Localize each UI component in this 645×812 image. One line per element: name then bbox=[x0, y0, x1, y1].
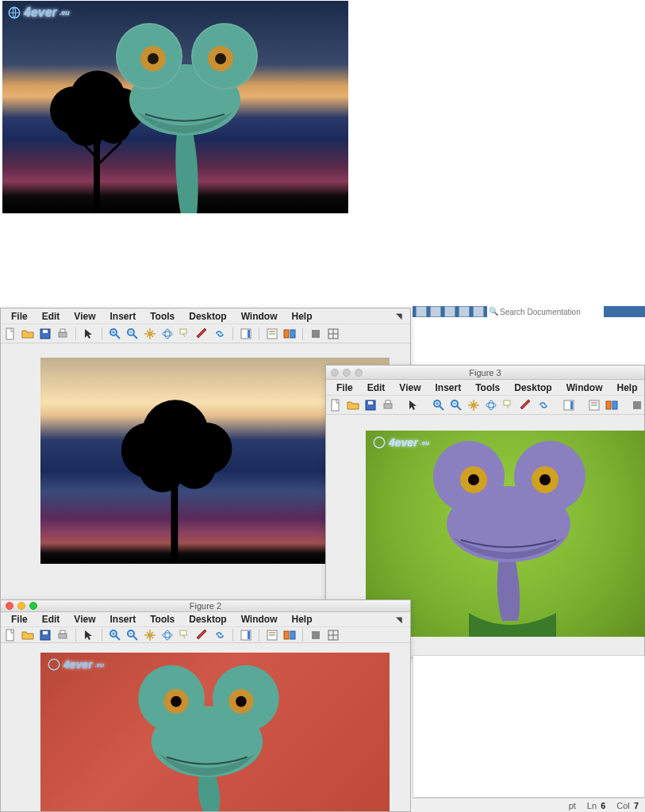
menu-desktop[interactable]: Desktop bbox=[182, 612, 233, 626]
datatip-icon[interactable] bbox=[502, 399, 515, 412]
play-icon[interactable] bbox=[309, 629, 322, 642]
doc-search-input[interactable] bbox=[487, 306, 604, 317]
menu-tools[interactable]: Tools bbox=[143, 309, 182, 324]
pan-icon[interactable] bbox=[144, 327, 156, 340]
toolstrip-icon[interactable] bbox=[416, 306, 427, 317]
link-icon[interactable] bbox=[537, 399, 550, 412]
menu-edit[interactable]: Edit bbox=[35, 612, 67, 626]
menu-window[interactable]: Window bbox=[234, 309, 285, 324]
colorbar-icon[interactable] bbox=[562, 399, 575, 412]
legend-icon[interactable] bbox=[266, 629, 278, 642]
watermark-logo: 4ever.eu bbox=[7, 6, 70, 20]
menu-file[interactable]: File bbox=[4, 612, 35, 626]
menu-insert[interactable]: Insert bbox=[102, 309, 143, 324]
menu-window[interactable]: Window bbox=[559, 381, 610, 395]
menu-desktop[interactable]: Desktop bbox=[507, 381, 559, 395]
col-value: 7 bbox=[634, 801, 639, 810]
new-file-icon[interactable] bbox=[4, 327, 17, 340]
svg-point-94 bbox=[163, 633, 172, 638]
menu-overflow-icon[interactable]: ◥ bbox=[396, 312, 407, 320]
zoom-out-icon[interactable] bbox=[126, 629, 139, 642]
legend-icon[interactable] bbox=[266, 327, 278, 340]
zoom-out-icon[interactable] bbox=[126, 327, 139, 340]
menu-tools[interactable]: Tools bbox=[143, 612, 182, 626]
layout-icon[interactable] bbox=[327, 629, 340, 642]
zoom-out-icon[interactable] bbox=[450, 399, 463, 412]
menu-help[interactable]: Help bbox=[285, 612, 320, 626]
svg-point-108 bbox=[48, 659, 60, 670]
rotate3d-icon[interactable] bbox=[161, 327, 174, 340]
rotate3d-icon[interactable] bbox=[161, 629, 174, 642]
menu-insert[interactable]: Insert bbox=[428, 381, 468, 395]
pointer-icon[interactable] bbox=[407, 399, 420, 412]
colorbar-icon[interactable] bbox=[240, 327, 252, 340]
menu-desktop[interactable]: Desktop bbox=[182, 309, 233, 324]
print-icon[interactable] bbox=[56, 629, 69, 642]
legend-icon[interactable] bbox=[588, 399, 601, 412]
colorbar-icon[interactable] bbox=[240, 629, 252, 642]
menu-file[interactable]: File bbox=[4, 309, 35, 324]
svg-rect-96 bbox=[180, 630, 186, 635]
zoom-in-icon[interactable] bbox=[109, 327, 121, 340]
toolstrip-icon[interactable] bbox=[444, 306, 455, 317]
pointer-icon[interactable] bbox=[83, 629, 95, 642]
menu-overflow-icon[interactable]: ◥ bbox=[396, 615, 407, 624]
pan-icon[interactable] bbox=[144, 629, 156, 642]
open-folder-icon[interactable] bbox=[21, 327, 34, 340]
menubar: File Edit View Insert Tools Desktop Wind… bbox=[1, 612, 410, 627]
play-icon[interactable] bbox=[309, 327, 322, 340]
axes-image: 4ever.eu bbox=[40, 653, 390, 811]
toolstrip-icon[interactable] bbox=[459, 306, 470, 317]
titlebar[interactable]: Figure 2 bbox=[1, 600, 410, 612]
brush-icon[interactable] bbox=[520, 399, 532, 412]
play-icon[interactable] bbox=[631, 399, 643, 412]
close-button[interactable] bbox=[331, 369, 339, 377]
zoom-button[interactable] bbox=[355, 369, 363, 377]
toolstrip-icon[interactable] bbox=[430, 306, 441, 317]
save-icon[interactable] bbox=[39, 629, 52, 642]
toolstrip-icon[interactable] bbox=[473, 306, 484, 317]
menu-view[interactable]: View bbox=[67, 612, 102, 626]
link-icon[interactable] bbox=[213, 327, 226, 340]
new-file-icon[interactable] bbox=[329, 399, 342, 412]
insert-icon[interactable] bbox=[605, 399, 618, 412]
print-icon[interactable] bbox=[382, 399, 394, 412]
menu-view[interactable]: View bbox=[67, 309, 102, 324]
menu-tools[interactable]: Tools bbox=[468, 381, 507, 395]
menu-help[interactable]: Help bbox=[610, 381, 645, 395]
save-icon[interactable] bbox=[39, 327, 52, 340]
open-folder-icon[interactable] bbox=[21, 629, 34, 642]
minimize-button[interactable] bbox=[343, 369, 351, 377]
menu-edit[interactable]: Edit bbox=[35, 309, 67, 324]
minimize-button[interactable] bbox=[17, 602, 25, 610]
close-button[interactable] bbox=[6, 602, 13, 610]
open-folder-icon[interactable] bbox=[347, 399, 359, 412]
menu-window[interactable]: Window bbox=[234, 612, 285, 626]
menu-edit[interactable]: Edit bbox=[360, 381, 393, 395]
figure-canvas[interactable]: 4ever.eu bbox=[1, 643, 410, 811]
insert-icon[interactable] bbox=[283, 629, 296, 642]
menu-view[interactable]: View bbox=[392, 381, 428, 395]
menu-insert[interactable]: Insert bbox=[102, 612, 143, 626]
layout-icon[interactable] bbox=[327, 327, 340, 340]
zoom-in-icon[interactable] bbox=[109, 629, 121, 642]
editor-pane[interactable] bbox=[413, 655, 645, 798]
new-file-icon[interactable] bbox=[4, 629, 17, 642]
brush-icon[interactable] bbox=[196, 629, 209, 642]
insert-icon[interactable] bbox=[283, 327, 296, 340]
titlebar[interactable]: Figure 3 bbox=[326, 366, 644, 380]
datatip-icon[interactable] bbox=[179, 327, 191, 340]
rotate3d-icon[interactable] bbox=[485, 399, 497, 412]
save-icon[interactable] bbox=[364, 399, 377, 412]
zoom-in-icon[interactable] bbox=[432, 399, 445, 412]
print-icon[interactable] bbox=[56, 327, 69, 340]
brush-icon[interactable] bbox=[196, 327, 209, 340]
pointer-icon[interactable] bbox=[83, 327, 95, 340]
datatip-icon[interactable] bbox=[179, 629, 191, 642]
pan-icon[interactable] bbox=[467, 399, 480, 412]
link-icon[interactable] bbox=[213, 629, 226, 642]
svg-point-81 bbox=[539, 474, 551, 485]
menu-help[interactable]: Help bbox=[285, 309, 320, 324]
zoom-button[interactable] bbox=[29, 602, 37, 610]
menu-file[interactable]: File bbox=[329, 381, 360, 395]
